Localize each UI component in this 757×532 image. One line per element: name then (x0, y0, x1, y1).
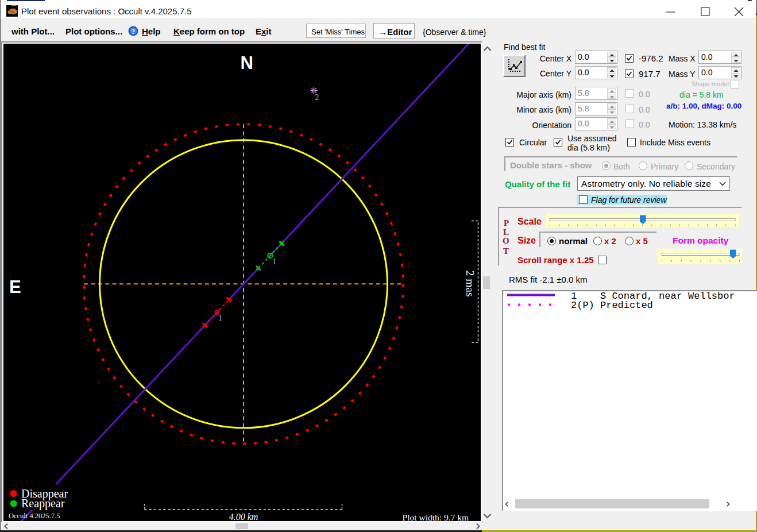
svg-text:1: 1 (218, 313, 223, 322)
svg-text:?: ? (132, 27, 136, 36)
svg-text:E: E (9, 277, 21, 297)
svg-text:4.00 km: 4.00 km (229, 512, 258, 521)
svg-text:2(P) Predicted: 2(P) Predicted (571, 300, 653, 311)
svg-text:Reappear: Reappear (21, 497, 65, 510)
svg-text:Plot width: 9.7 km: Plot width: 9.7 km (403, 512, 469, 522)
svg-text:2: 2 (315, 92, 319, 102)
svg-text:2 mas: 2 mas (464, 271, 476, 297)
svg-text:N: N (241, 53, 253, 73)
svg-text:Occult 4.2025.7.5: Occult 4.2025.7.5 (9, 512, 60, 520)
svg-text:1: 1 (272, 257, 277, 266)
